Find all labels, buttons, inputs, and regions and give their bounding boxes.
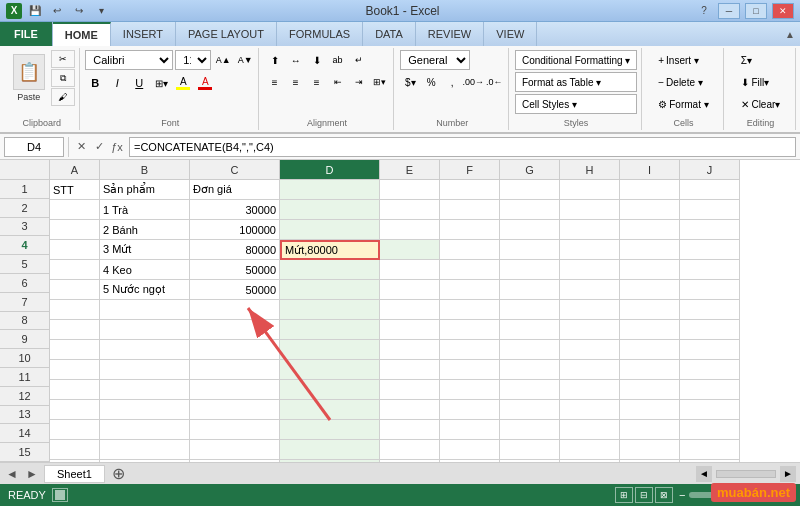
page-break-view-btn[interactable]: ⊠	[655, 487, 673, 503]
delete-cells-btn[interactable]: − Delete ▾	[651, 72, 715, 92]
cell-G1[interactable]	[500, 180, 560, 200]
col-header-I[interactable]: I	[620, 160, 680, 180]
increase-decimal-btn[interactable]: .0←	[484, 72, 504, 92]
cell-C12[interactable]	[190, 400, 280, 420]
formula-input[interactable]	[129, 137, 796, 157]
cancel-formula-btn[interactable]: ✕	[73, 139, 89, 155]
cell-J2[interactable]	[680, 200, 740, 220]
cell-J12[interactable]	[680, 400, 740, 420]
row-num-6[interactable]: 6	[0, 274, 50, 293]
cell-A2[interactable]	[50, 200, 100, 220]
cell-H11[interactable]	[560, 380, 620, 400]
cell-A5[interactable]	[50, 260, 100, 280]
cell-H13[interactable]	[560, 420, 620, 440]
cell-C11[interactable]	[190, 380, 280, 400]
cell-I14[interactable]	[620, 440, 680, 460]
tab-formulas[interactable]: FORMULAS	[277, 22, 363, 46]
qat-dropdown[interactable]: ▾	[92, 2, 110, 20]
align-right-btn[interactable]: ≡	[307, 72, 327, 92]
cell-D8[interactable]	[280, 320, 380, 340]
cell-E12[interactable]	[380, 400, 440, 420]
cell-F5[interactable]	[440, 260, 500, 280]
cell-B8[interactable]	[100, 320, 190, 340]
insert-function-btn[interactable]: ƒx	[109, 139, 125, 155]
cell-F10[interactable]	[440, 360, 500, 380]
cell-E5[interactable]	[380, 260, 440, 280]
cell-C10[interactable]	[190, 360, 280, 380]
cell-B14[interactable]	[100, 440, 190, 460]
cell-F3[interactable]	[440, 220, 500, 240]
cell-J4[interactable]	[680, 240, 740, 260]
tab-page-layout[interactable]: PAGE LAYOUT	[176, 22, 277, 46]
cell-F2[interactable]	[440, 200, 500, 220]
cell-B7[interactable]	[100, 300, 190, 320]
cell-styles-btn[interactable]: Cell Styles ▾	[515, 94, 637, 114]
conditional-formatting-btn[interactable]: Conditional Formatting ▾	[515, 50, 637, 70]
cell-B9[interactable]	[100, 340, 190, 360]
tab-data[interactable]: DATA	[363, 22, 416, 46]
row-num-1[interactable]: 1	[0, 180, 50, 199]
row-num-10[interactable]: 10	[0, 349, 50, 368]
row-num-2[interactable]: 2	[0, 199, 50, 218]
number-format-selector[interactable]: General	[400, 50, 470, 70]
cell-G9[interactable]	[500, 340, 560, 360]
cut-btn[interactable]: ✂	[51, 50, 75, 68]
row-num-15[interactable]: 15	[0, 443, 50, 462]
col-header-F[interactable]: F	[440, 160, 500, 180]
cell-C3[interactable]: 100000	[190, 220, 280, 240]
cell-F15[interactable]	[440, 460, 500, 462]
cell-I5[interactable]	[620, 260, 680, 280]
cell-D14[interactable]	[280, 440, 380, 460]
bold-btn[interactable]: B	[85, 73, 105, 93]
cell-I9[interactable]	[620, 340, 680, 360]
cell-I10[interactable]	[620, 360, 680, 380]
confirm-formula-btn[interactable]: ✓	[91, 139, 107, 155]
cell-F11[interactable]	[440, 380, 500, 400]
cell-D9[interactable]	[280, 340, 380, 360]
cell-I7[interactable]	[620, 300, 680, 320]
cell-G11[interactable]	[500, 380, 560, 400]
cell-D11[interactable]	[280, 380, 380, 400]
cell-C7[interactable]	[190, 300, 280, 320]
align-left-btn[interactable]: ≡	[265, 72, 285, 92]
cell-H12[interactable]	[560, 400, 620, 420]
cell-G5[interactable]	[500, 260, 560, 280]
cell-G4[interactable]	[500, 240, 560, 260]
cell-J11[interactable]	[680, 380, 740, 400]
tab-insert[interactable]: INSERT	[111, 22, 176, 46]
cell-I8[interactable]	[620, 320, 680, 340]
cell-B3[interactable]: 2 Bánh	[100, 220, 190, 240]
decrease-font-btn[interactable]: A▼	[235, 50, 255, 70]
col-header-G[interactable]: G	[500, 160, 560, 180]
cell-D12[interactable]	[280, 400, 380, 420]
cell-J8[interactable]	[680, 320, 740, 340]
font-size-selector[interactable]: 11	[175, 50, 211, 70]
cell-J10[interactable]	[680, 360, 740, 380]
cell-J9[interactable]	[680, 340, 740, 360]
cell-H8[interactable]	[560, 320, 620, 340]
col-header-C[interactable]: C	[190, 160, 280, 180]
increase-indent-btn[interactable]: ⇥	[349, 72, 369, 92]
row-num-13[interactable]: 13	[0, 406, 50, 425]
cell-C4[interactable]: 80000	[190, 240, 280, 260]
normal-view-btn[interactable]: ⊞	[615, 487, 633, 503]
cell-A1[interactable]: STT	[50, 180, 100, 200]
cell-F4[interactable]	[440, 240, 500, 260]
cell-F13[interactable]	[440, 420, 500, 440]
cell-G2[interactable]	[500, 200, 560, 220]
comma-btn[interactable]: ,	[442, 72, 462, 92]
col-header-B[interactable]: B	[100, 160, 190, 180]
help-btn[interactable]: ?	[695, 2, 713, 20]
cell-D3[interactable]	[280, 220, 380, 240]
row-num-14[interactable]: 14	[0, 424, 50, 443]
cell-A10[interactable]	[50, 360, 100, 380]
cell-J1[interactable]	[680, 180, 740, 200]
cell-I2[interactable]	[620, 200, 680, 220]
wrap-text-btn[interactable]: ↵	[349, 50, 369, 70]
cell-G6[interactable]	[500, 280, 560, 300]
row-num-5[interactable]: 5	[0, 255, 50, 274]
scroll-left-sheets-btn[interactable]: ◄	[4, 466, 20, 482]
cell-E10[interactable]	[380, 360, 440, 380]
cell-A14[interactable]	[50, 440, 100, 460]
format-cells-btn[interactable]: ⚙ Format ▾	[651, 94, 715, 114]
